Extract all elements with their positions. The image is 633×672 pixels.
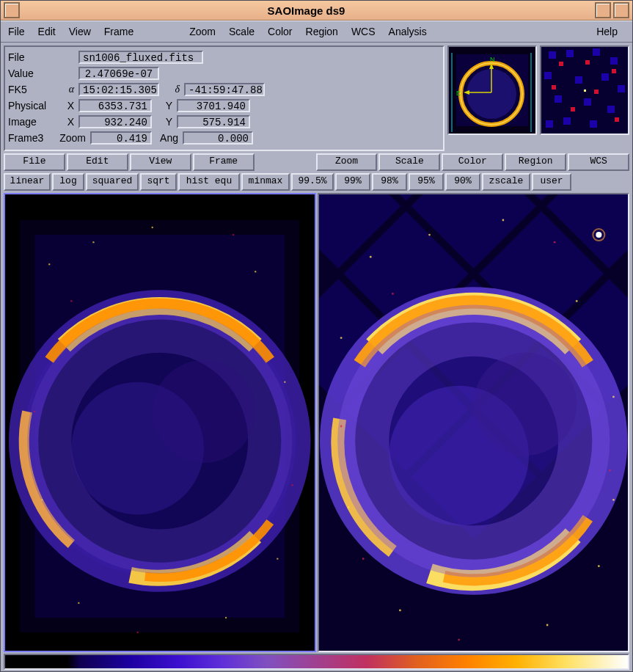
sym-alpha: α: [59, 84, 74, 95]
svg-point-90: [391, 293, 393, 295]
menu-scale[interactable]: Scale: [226, 24, 257, 39]
btn-linear[interactable]: linear: [4, 173, 51, 191]
svg-rect-24: [607, 106, 615, 113]
frame-left[interactable]: [4, 193, 316, 652]
btn-90[interactable]: 90%: [445, 173, 480, 191]
svg-point-79: [369, 256, 371, 258]
btn-user[interactable]: user: [532, 173, 571, 191]
svg-rect-31: [552, 85, 556, 90]
svg-point-54: [34, 411, 36, 413]
svg-rect-33: [571, 107, 575, 112]
svg-point-82: [575, 300, 577, 302]
frame-left-image-icon: [5, 194, 315, 651]
svg-point-51: [277, 558, 278, 559]
svg-point-95: [362, 558, 364, 560]
value-image-y: 575.914: [177, 115, 250, 128]
btn-edit[interactable]: Edit: [67, 153, 128, 171]
label-fk5: FK5: [8, 84, 59, 95]
title-bar: SAOImage ds9: [1, 1, 632, 21]
info-panel: File sn1006_fluxed.fits Value 2.47069e-0…: [4, 45, 444, 151]
menu-file[interactable]: File: [5, 24, 28, 39]
svg-rect-21: [618, 85, 625, 92]
system-menu-icon[interactable]: [4, 2, 20, 18]
btn-color[interactable]: Color: [442, 153, 503, 171]
menu-edit[interactable]: Edit: [35, 24, 59, 39]
svg-point-92: [340, 426, 342, 428]
sym-phys-x: X: [59, 100, 74, 112]
label-image: Image: [8, 116, 59, 128]
menu-region[interactable]: Region: [303, 24, 341, 39]
menu-wcs[interactable]: WCS: [348, 24, 378, 39]
btn-98[interactable]: 98%: [372, 173, 407, 191]
svg-rect-34: [615, 117, 619, 122]
btn-minmax[interactable]: minmax: [241, 173, 290, 191]
window-title: SAOImage ds9: [20, 4, 593, 17]
menu-analysis[interactable]: Analysis: [386, 24, 430, 39]
svg-point-91: [553, 241, 555, 244]
value-file: sn1006_fluxed.fits: [78, 51, 203, 64]
svg-rect-17: [610, 57, 618, 65]
menu-color[interactable]: Color: [265, 24, 295, 39]
btn-file[interactable]: File: [4, 153, 65, 171]
menu-frame[interactable]: Frame: [101, 24, 136, 39]
compass-n-label: N: [490, 56, 495, 63]
btn-squared[interactable]: squared: [86, 173, 139, 191]
btn-frame[interactable]: Frame: [193, 153, 255, 171]
label-value: Value: [8, 67, 59, 79]
frame-right-image-icon: [319, 194, 629, 651]
magnifier-thumb[interactable]: [540, 45, 629, 135]
svg-point-55: [291, 484, 293, 486]
value-value: 2.47069e-07: [78, 67, 159, 80]
maximize-button[interactable]: [613, 2, 629, 18]
svg-point-43: [48, 263, 50, 265]
svg-rect-15: [566, 50, 574, 57]
minimize-button[interactable]: [595, 2, 611, 18]
svg-point-88: [340, 337, 342, 339]
btn-sqrt[interactable]: sqrt: [140, 173, 177, 191]
svg-point-89: [612, 499, 615, 501]
button-bar-1: File Edit View Frame Zoom Scale Color Re…: [1, 151, 632, 173]
button-bar-2: linear log squared sqrt hist equ minmax …: [1, 173, 632, 193]
btn-hist[interactable]: hist equ: [178, 173, 240, 191]
svg-point-46: [255, 271, 256, 272]
svg-rect-26: [590, 120, 597, 128]
info-panel-row: File sn1006_fluxed.fits Value 2.47069e-0…: [1, 43, 632, 151]
svg-point-42: [153, 360, 256, 464]
btn-95[interactable]: 95%: [409, 173, 444, 191]
btn-scale[interactable]: Scale: [378, 153, 440, 171]
star-point-icon: [596, 232, 601, 238]
svg-point-47: [284, 381, 285, 383]
svg-point-77: [473, 353, 577, 456]
svg-point-50: [225, 617, 227, 618]
btn-view[interactable]: View: [130, 153, 191, 171]
svg-rect-30: [612, 69, 616, 73]
btn-zoom[interactable]: Zoom: [316, 153, 378, 171]
image-area: [1, 193, 632, 654]
btn-995[interactable]: 99.5%: [291, 173, 334, 191]
sym-delta: δ: [165, 84, 180, 95]
color-bar[interactable]: [4, 654, 629, 670]
frame-right[interactable]: [318, 193, 630, 652]
btn-log[interactable]: log: [52, 173, 84, 191]
btn-99[interactable]: 99%: [335, 173, 370, 191]
btn-zscale[interactable]: zscale: [482, 173, 530, 191]
svg-point-56: [136, 632, 139, 634]
menu-view[interactable]: View: [66, 24, 94, 39]
svg-point-44: [92, 241, 94, 243]
label-physical: Physical: [8, 100, 59, 112]
btn-wcs[interactable]: WCS: [568, 153, 629, 171]
value-phys-x: 6353.731: [78, 99, 152, 112]
app-window: SAOImage ds9 File Edit View Frame Zoom S…: [0, 0, 633, 672]
svg-rect-29: [585, 60, 590, 65]
svg-rect-16: [593, 48, 600, 56]
svg-point-53: [233, 234, 235, 236]
btn-region[interactable]: Region: [505, 153, 566, 171]
menu-help[interactable]: Help: [593, 24, 621, 39]
svg-point-94: [458, 639, 460, 641]
svg-point-52: [70, 300, 73, 302]
value-alpha: 15:02:15.305: [78, 83, 159, 96]
menu-zoom[interactable]: Zoom: [186, 24, 219, 39]
panner-thumb[interactable]: N E: [447, 45, 537, 135]
value-ang: 0.000: [183, 131, 253, 145]
value-delta: -41:59:47.88: [184, 83, 265, 96]
